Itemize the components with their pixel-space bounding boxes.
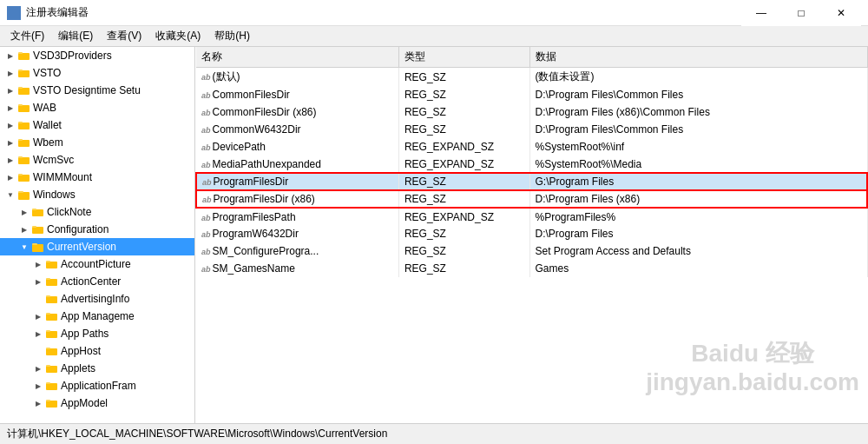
table-row[interactable]: abCommonFilesDirREG_SZD:\Program Files\C… <box>196 86 867 103</box>
expand-icon[interactable]: ▶ <box>3 136 17 149</box>
tree-node-appmanagement[interactable]: ▶App Manageme <box>0 308 194 325</box>
title-bar: 注册表编辑器 — □ ✕ <box>0 0 868 26</box>
tree-node-vsto_design[interactable]: ▶VSTO Designtime Setu <box>0 82 194 99</box>
expand-icon[interactable]: ▶ <box>31 361 45 375</box>
tree-node-currentversion[interactable]: ▼CurrentVersion <box>0 238 194 255</box>
status-text: 计算机\HKEY_LOCAL_MACHINE\SOFTWARE\Microsof… <box>7 427 387 441</box>
app-icon <box>7 6 21 20</box>
table-row[interactable]: abCommonW6432DirREG_SZD:\Program Files\C… <box>196 121 867 138</box>
expand-icon[interactable]: ▶ <box>3 101 17 115</box>
registry-table: 名称类型数据 ab(默认)REG_SZ(数值未设置)abCommonFilesD… <box>195 47 868 277</box>
expand-icon[interactable]: ▶ <box>31 309 45 323</box>
tree-node-windows[interactable]: ▼Windows <box>0 186 194 203</box>
folder-icon <box>45 361 59 375</box>
svg-rect-11 <box>18 104 23 106</box>
tree-node-clicknote[interactable]: ▶ClickNote <box>0 203 194 221</box>
expand-icon[interactable]: ▶ <box>31 327 45 341</box>
expand-icon[interactable]: ▼ <box>3 188 17 202</box>
tree-label: AdvertisingInfo <box>61 293 129 305</box>
tree-label: App Manageme <box>61 310 135 322</box>
table-row[interactable]: abSM_GamesNameREG_SZGames <box>196 260 867 277</box>
table-row[interactable]: abMediaPathUnexpandedREG_EXPAND_SZ%Syste… <box>196 156 867 173</box>
expand-icon[interactable]: ▶ <box>31 379 45 393</box>
svg-rect-2 <box>8 14 13 19</box>
svg-rect-9 <box>18 87 23 89</box>
cell-name: abCommonFilesDir <box>196 86 398 103</box>
cell-name: abSM_GamesName <box>196 260 398 277</box>
svg-rect-0 <box>8 7 13 12</box>
tree-node-accountpicture[interactable]: ▶AccountPicture <box>0 255 194 273</box>
table-row[interactable]: abCommonFilesDir (x86)REG_SZD:\Program F… <box>196 103 867 121</box>
menu-item-v[interactable]: 查看(V) <box>100 27 148 45</box>
expand-icon[interactable]: ▼ <box>17 240 31 254</box>
menu-item-f[interactable]: 文件(F) <box>3 27 51 45</box>
cell-type: REG_SZ <box>398 86 529 103</box>
menu-item-a[interactable]: 收藏夹(A) <box>148 27 207 45</box>
expand-icon[interactable]: ▶ <box>17 222 31 236</box>
tree-node-apppaths[interactable]: ▶App Paths <box>0 325 194 342</box>
svg-rect-16 <box>18 157 30 164</box>
svg-rect-10 <box>18 105 30 112</box>
expand-icon[interactable]: ▶ <box>31 257 45 271</box>
table-row[interactable]: abProgramW6432DirREG_SZD:\Program Files <box>196 225 867 242</box>
folder-icon <box>31 240 45 254</box>
expand-icon[interactable]: ▶ <box>3 83 17 97</box>
value-type-icon: ab <box>201 265 211 274</box>
expand-icon[interactable]: ▶ <box>17 205 31 219</box>
table-row[interactable]: abProgramFilesDirREG_SZG:\Program Files <box>196 173 867 190</box>
svg-rect-20 <box>18 192 30 200</box>
value-type-icon: ab <box>201 109 211 117</box>
expand-icon[interactable]: ▶ <box>3 66 17 80</box>
minimize-button[interactable]: — <box>741 0 781 26</box>
tree-node-actioncenter[interactable]: ▶ActionCenter <box>0 273 194 290</box>
cell-data: D:\Program Files\Common Files <box>529 86 867 103</box>
folder-icon <box>17 83 31 97</box>
expand-icon[interactable]: ▶ <box>3 118 17 132</box>
folder-icon <box>45 292 59 306</box>
tree-node-vsto[interactable]: ▶VSTO <box>0 64 194 82</box>
cell-type: REG_SZ <box>398 173 529 190</box>
expand-icon[interactable]: ▶ <box>3 153 17 167</box>
maximize-button[interactable]: □ <box>781 0 821 26</box>
table-row[interactable]: abProgramFilesDir (x86)REG_SZD:\Program … <box>196 190 867 208</box>
tree-node-vsd[interactable]: ▶VSD3DProviders <box>0 47 194 64</box>
tree-node-configuration[interactable]: ▶Configuration <box>0 221 194 238</box>
menu-bar: 文件(F)编辑(E)查看(V)收藏夹(A)帮助(H) <box>0 26 868 47</box>
cell-name: abProgramFilesDir <box>196 173 398 190</box>
svg-rect-42 <box>46 383 57 390</box>
table-row[interactable]: abProgramFilesPathREG_EXPAND_SZ%ProgramF… <box>196 208 867 225</box>
tree-node-wimmount[interactable]: ▶WIMMMount <box>0 169 194 186</box>
table-row[interactable]: abDevicePathREG_EXPAND_SZ%SystemRoot%\in… <box>196 138 867 156</box>
tree-node-wallet[interactable]: ▶Wallet <box>0 116 194 134</box>
expand-icon[interactable]: ▶ <box>3 49 17 63</box>
tree-label: Wallet <box>33 119 62 131</box>
table-row[interactable]: ab(默认)REG_SZ(数值未设置) <box>196 68 867 87</box>
expand-icon[interactable]: ▶ <box>3 170 17 184</box>
menu-item-h[interactable]: 帮助(H) <box>207 27 257 45</box>
tree-node-applicationframe[interactable]: ▶ApplicationFram <box>0 377 194 394</box>
tree-node-wbem[interactable]: ▶Wbem <box>0 134 194 151</box>
tree-node-wcmsvc[interactable]: ▶WcmSvc <box>0 151 194 169</box>
expand-icon[interactable]: ▶ <box>31 275 45 288</box>
value-name: MediaPathUnexpanded <box>213 158 321 170</box>
tree-node-appmodel[interactable]: ▶AppModel <box>0 394 194 412</box>
menu-item-e[interactable]: 编辑(E) <box>51 27 100 45</box>
folder-icon <box>17 188 31 202</box>
tree-node-apphost[interactable]: AppHost <box>0 342 194 360</box>
svg-rect-40 <box>46 366 57 373</box>
table-row[interactable]: abSM_ConfigureProgra...REG_SZSet Program… <box>196 242 867 260</box>
expand-icon[interactable]: ▶ <box>31 396 45 410</box>
svg-rect-41 <box>46 365 50 367</box>
svg-rect-15 <box>18 139 23 141</box>
tree-label: WIMMMount <box>33 171 92 183</box>
tree-label: VSD3DProviders <box>33 50 112 62</box>
cell-name: abCommonW6432Dir <box>196 121 398 138</box>
tree-node-wab[interactable]: ▶WAB <box>0 99 194 116</box>
value-type-icon: ab <box>202 195 212 204</box>
svg-rect-1 <box>15 7 20 12</box>
tree-node-advertisinginfo[interactable]: AdvertisingInfo <box>0 290 194 308</box>
tree-node-applets[interactable]: ▶Applets <box>0 360 194 377</box>
svg-rect-6 <box>18 70 30 77</box>
svg-rect-23 <box>32 209 36 210</box>
close-button[interactable]: ✕ <box>821 0 861 26</box>
